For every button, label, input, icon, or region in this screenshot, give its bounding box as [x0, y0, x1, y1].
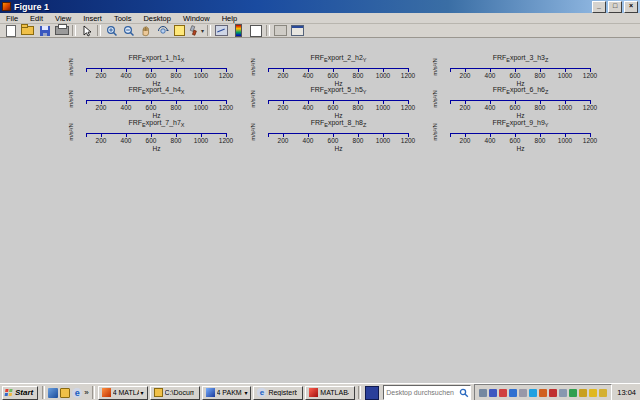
tray-icon[interactable] [539, 389, 547, 397]
toolbar-separator [72, 25, 76, 36]
start-button[interactable]: Start [2, 386, 38, 400]
close-button[interactable]: × [624, 1, 638, 13]
subplot-title: FRFExport_4_h4X [76, 86, 237, 95]
x-axis-label: Hz [86, 112, 227, 119]
quick-launch-app-icon[interactable] [48, 388, 58, 398]
tray-icon[interactable] [579, 389, 587, 397]
maximize-button[interactable]: □ [608, 1, 622, 13]
subplot-title: FRFExport_6_h6Z [440, 86, 601, 95]
tray-icon[interactable] [549, 389, 557, 397]
save-figure-icon[interactable] [36, 25, 53, 37]
x-axis-label: Hz [268, 112, 409, 119]
taskbar-task-button[interactable]: 4 MATLAB (R... ▾ [98, 386, 148, 400]
tray-icon[interactable] [599, 389, 607, 397]
task-button-label: C:\Documents a... [165, 389, 194, 396]
subplot: FRFExport_5_h5Y m/s²/N 200 400 600 800 1… [268, 86, 409, 122]
tray-icon[interactable] [489, 389, 497, 397]
insert-colorbar-icon[interactable] [230, 25, 247, 37]
zoom-out-icon[interactable] [120, 25, 137, 37]
menu-tools[interactable]: Tools [108, 14, 138, 23]
menu-file[interactable]: File [0, 14, 24, 23]
subplot-title: FRFExport_8_h8Z [258, 119, 419, 128]
subplot: FRFExport_6_h6Z m/s²/N 200 400 600 800 1… [450, 86, 591, 122]
tray-icon[interactable] [589, 389, 597, 397]
taskbar-separator [358, 386, 361, 399]
menu-window[interactable]: Window [177, 14, 216, 23]
insert-legend-icon[interactable] [247, 25, 264, 37]
x-tick-label: 1200 [211, 72, 241, 79]
search-icon [459, 388, 469, 398]
subplot-title: FRFExport_7_h7X [76, 119, 237, 128]
x-tick-label: 1200 [575, 137, 605, 144]
menu-insert[interactable]: Insert [77, 14, 108, 23]
zoom-in-icon[interactable] [103, 25, 120, 37]
edit-plot-pointer-icon[interactable] [78, 25, 95, 37]
x-axis-label: Hz [450, 112, 591, 119]
subplot-title: FRFExport_2_h2Y [258, 54, 419, 63]
tray-icon[interactable] [529, 389, 537, 397]
quick-launch-folder-icon[interactable] [60, 388, 70, 398]
quick-launch-ie-icon[interactable]: e [72, 388, 82, 398]
subplot-title: FRFExport_5_h5Y [258, 86, 419, 95]
y-axis-label: m/s²/N [432, 84, 438, 114]
taskbar-clock[interactable]: 13:04 [617, 388, 636, 397]
x-tick-label: 1200 [393, 72, 423, 79]
subplot: FRFExport_3_h3Z m/s²/N 200 400 600 800 1… [450, 54, 591, 90]
y-axis-label: m/s²/N [250, 84, 256, 114]
tray-icon[interactable] [519, 389, 527, 397]
brush-data-icon[interactable]: ▾ [188, 25, 205, 37]
brush-dropdown-caret[interactable]: ▾ [201, 27, 204, 34]
window-titlebar: Figure 1 _ □ × [0, 0, 640, 13]
y-axis-label: m/s²/N [68, 52, 74, 82]
taskbar: Start e » 4 MATLAB (R... ▾ C:\Documents … [0, 383, 640, 400]
menu-desktop[interactable]: Desktop [137, 14, 177, 23]
taskbar-app-icon[interactable] [365, 386, 379, 400]
task-button-icon [154, 388, 163, 397]
x-axis-line [450, 133, 591, 134]
link-plot-icon[interactable] [213, 25, 230, 37]
subplot: FRFExport_2_h2Y m/s²/N 200 400 600 800 1… [268, 54, 409, 90]
x-tick-label: 1200 [575, 72, 605, 79]
tray-icon[interactable] [499, 389, 507, 397]
task-button-icon [257, 388, 266, 397]
data-cursor-icon[interactable] [171, 25, 188, 37]
menu-view[interactable]: View [49, 14, 77, 23]
task-button-label: MATLAB--Simulin... [320, 389, 349, 396]
system-tray [474, 384, 612, 400]
subplot-title: FRFExport_9_h9Y [440, 119, 601, 128]
taskbar-task-button[interactable]: Registerbrowse... [253, 386, 303, 400]
new-figure-icon[interactable] [2, 25, 19, 37]
pan-hand-icon[interactable] [137, 25, 154, 37]
tray-icon[interactable] [479, 389, 487, 397]
tray-icon[interactable] [509, 389, 517, 397]
desktop-search-input[interactable] [384, 387, 459, 398]
taskbar-task-button[interactable]: MATLAB--Simulin... [305, 386, 355, 400]
show-plot-tools-dock-icon[interactable] [289, 25, 306, 37]
figure-canvas: FRFExport_1_h1X m/s²/N 200 400 600 800 1… [0, 38, 640, 383]
task-button-dropdown-caret: ▾ [141, 389, 144, 396]
print-figure-icon[interactable] [53, 25, 70, 37]
x-tick-label: 1200 [393, 137, 423, 144]
minimize-button[interactable]: _ [592, 1, 606, 13]
subplot: FRFExport_8_h8Z m/s²/N 200 400 600 800 1… [268, 119, 409, 155]
x-axis-label: Hz [268, 145, 409, 152]
x-tick-label: 1200 [575, 104, 605, 111]
matlab-figure-icon [2, 2, 11, 11]
quick-launch-overflow-chevron[interactable]: » [84, 388, 88, 397]
menu-help[interactable]: Help [216, 14, 243, 23]
subplot: FRFExport_1_h1X m/s²/N 200 400 600 800 1… [86, 54, 227, 90]
taskbar-task-button[interactable]: C:\Documents a... [150, 386, 200, 400]
open-file-icon[interactable] [19, 25, 36, 37]
x-tick-label: 1200 [211, 137, 241, 144]
task-button-label: Registerbrowse... [268, 389, 297, 396]
rotate-3d-icon[interactable] [154, 25, 171, 37]
desktop-search-box[interactable] [383, 385, 471, 400]
tray-icon[interactable] [559, 389, 567, 397]
toolbar-separator [266, 25, 270, 36]
taskbar-task-button[interactable]: 4 PAKMain ▾ [202, 386, 252, 400]
y-axis-label: m/s²/N [432, 117, 438, 147]
tray-icon[interactable] [569, 389, 577, 397]
menu-edit[interactable]: Edit [24, 14, 49, 23]
y-axis-label: m/s²/N [68, 117, 74, 147]
hide-plot-tools-icon[interactable] [272, 25, 289, 37]
